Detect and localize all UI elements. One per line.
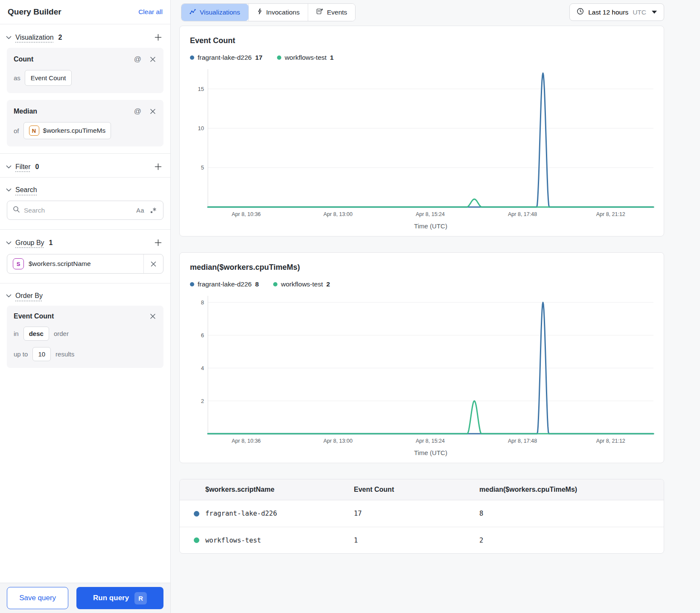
x-tick-label: Apr 8, 21:12: [596, 438, 625, 444]
filter-section-label[interactable]: Filter: [15, 163, 31, 171]
x-tick-label: Apr 8, 21:12: [596, 211, 625, 217]
event-count-value: 1: [354, 537, 479, 544]
chart-legend: fragrant-lake-d2268workflows-test2: [190, 280, 653, 288]
x-tick-label: Apr 8, 10:36: [232, 211, 261, 217]
filter-count: 0: [35, 163, 39, 171]
legend-series-value: 17: [255, 54, 262, 61]
legend-item[interactable]: fragrant-lake-d22617: [190, 54, 262, 61]
median-value: 2: [479, 537, 664, 544]
median-chart-card: median($workers.cpuTimeMs) fragrant-lake…: [179, 252, 664, 463]
event-count-chart-card: Event Count fragrant-lake-d22617workflow…: [179, 26, 664, 236]
query-builder-sidebar: Query Builder Clear all Visualization 2 …: [0, 0, 171, 613]
save-query-button[interactable]: Save query: [7, 587, 68, 609]
regex-icon[interactable]: [149, 206, 158, 215]
group-by-section-label[interactable]: Group By: [15, 239, 44, 247]
order-label: order: [54, 330, 69, 337]
remove-median-button[interactable]: [149, 108, 157, 115]
legend-item[interactable]: workflows-test2: [273, 280, 330, 288]
count-card-title: Count: [14, 55, 33, 63]
legend-dot: [273, 282, 277, 286]
median-value: 8: [479, 510, 664, 517]
median-field-chip[interactable]: N $workers.cpuTimeMs: [23, 122, 111, 139]
chevron-down-icon[interactable]: [6, 36, 12, 39]
number-type-icon: N: [29, 126, 39, 136]
tab-events[interactable]: Events: [308, 4, 355, 21]
sidebar-header: Query Builder Clear all: [0, 0, 170, 24]
search-icon: [13, 206, 20, 215]
app: Query Builder Clear all Visualization 2 …: [0, 0, 700, 613]
event-log-icon: [316, 8, 323, 16]
table-row[interactable]: workflows-test 1 2: [180, 527, 664, 553]
x-tick-label: Apr 8, 13:00: [324, 211, 353, 217]
group-by-count: 1: [49, 239, 53, 247]
tab-visualizations[interactable]: Visualizations: [181, 4, 248, 21]
legend-series-name: workflows-test: [281, 280, 323, 288]
legend-dot: [277, 55, 281, 60]
mention-icon[interactable]: @: [133, 54, 142, 64]
order-by-section-header: Order By: [0, 283, 170, 306]
series-color-dot: [194, 511, 199, 517]
page-title: Query Builder: [8, 7, 61, 17]
sort-direction-chip[interactable]: desc: [23, 327, 49, 341]
script-name: fragrant-lake-d226: [205, 510, 277, 517]
order-by-section-label[interactable]: Order By: [15, 292, 43, 300]
order-by-field: Event Count: [14, 312, 54, 320]
event-count-chart[interactable]: 51015Apr 8, 10:36Apr 8, 13:00Apr 8, 15:2…: [190, 67, 653, 232]
caret-down-icon: [652, 11, 657, 14]
search-section-label[interactable]: Search: [15, 186, 37, 194]
mention-icon[interactable]: @: [133, 106, 142, 117]
as-label: as: [14, 74, 20, 82]
visualization-section-header: Visualization 2: [0, 24, 170, 48]
clear-all-button[interactable]: Clear all: [138, 8, 163, 16]
visualization-section-label[interactable]: Visualization: [15, 34, 54, 41]
legend-item[interactable]: workflows-test1: [277, 54, 334, 61]
of-label: of: [14, 127, 19, 134]
median-chart[interactable]: 2468Apr 8, 10:36Apr 8, 13:00Apr 8, 15:24…: [190, 294, 653, 458]
run-query-button[interactable]: Run query R: [76, 587, 163, 609]
x-tick-label: Apr 8, 17:48: [508, 211, 537, 217]
svg-text:10: 10: [198, 125, 204, 131]
group-by-item[interactable]: S $workers.scriptName: [7, 254, 163, 274]
table-row[interactable]: fragrant-lake-d226 17 8: [180, 500, 664, 527]
remove-count-button[interactable]: [149, 55, 157, 63]
lightning-icon: [257, 8, 262, 16]
median-visualization-card: Median @ of N $workers.cpuTimeMs: [7, 100, 163, 146]
x-axis-label: Time (UTC): [414, 449, 447, 456]
median-card-title: Median: [14, 108, 37, 115]
svg-text:4: 4: [201, 365, 204, 371]
chevron-down-icon[interactable]: [6, 165, 12, 169]
chevron-down-icon[interactable]: [6, 294, 12, 298]
chevron-down-icon[interactable]: [6, 241, 12, 245]
add-visualization-button[interactable]: [154, 33, 163, 42]
add-filter-button[interactable]: [154, 162, 163, 171]
svg-text:8: 8: [201, 299, 204, 306]
results-label: results: [55, 350, 74, 358]
tab-invocations[interactable]: Invocations: [248, 4, 308, 21]
order-by-card: Event Count in desc order up to 10 resul…: [7, 306, 163, 368]
add-group-by-button[interactable]: [154, 238, 163, 247]
search-input[interactable]: [24, 207, 131, 214]
search-box: Aa: [7, 201, 163, 220]
result-limit-chip[interactable]: 10: [32, 347, 51, 361]
event-count-alias-chip[interactable]: Event Count: [25, 70, 72, 86]
in-label: in: [14, 330, 19, 337]
x-axis-label: Time (UTC): [414, 222, 447, 230]
legend-series-value: 8: [255, 280, 259, 288]
legend-series-value: 1: [330, 54, 334, 61]
remove-group-by-button[interactable]: [143, 254, 163, 273]
remove-order-by-button[interactable]: [149, 312, 157, 320]
legend-series-name: fragrant-lake-d226: [198, 280, 252, 288]
match-case-icon[interactable]: Aa: [135, 206, 145, 215]
time-range-label: Last 12 hours: [588, 9, 628, 16]
string-type-icon: S: [13, 258, 24, 269]
sidebar-footer: Save query Run query R: [0, 583, 170, 613]
time-range-selector[interactable]: Last 12 hours UTC: [569, 3, 664, 21]
chevron-down-icon[interactable]: [6, 188, 12, 192]
x-tick-label: Apr 8, 15:24: [416, 211, 445, 217]
legend-item[interactable]: fragrant-lake-d2268: [190, 280, 259, 288]
x-tick-label: Apr 8, 13:00: [324, 438, 353, 444]
main-panel: Visualizations Invocations Events: [171, 0, 700, 613]
legend-series-value: 2: [326, 280, 330, 288]
chart-legend: fragrant-lake-d22617workflows-test1: [190, 54, 653, 61]
x-tick-label: Apr 8, 10:36: [232, 438, 261, 444]
